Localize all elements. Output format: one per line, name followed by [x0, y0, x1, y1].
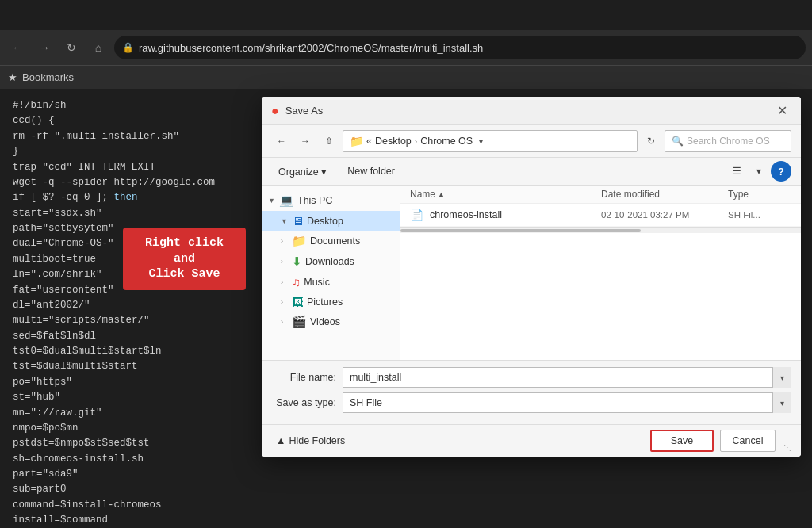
path-desktop: Desktop [375, 136, 412, 147]
tree-chevron-music: › [281, 278, 289, 286]
tree-item-music[interactable]: › ♫ Music [262, 272, 400, 292]
bookmarks-bar: ★ Bookmarks [0, 65, 812, 89]
col-date-label: Date modified [601, 189, 660, 200]
tree-chevron-downloads: › [281, 258, 289, 266]
main-content: DROID THUNDER #!/bin/sh ccd() { rm -rf "… [0, 89, 812, 528]
music-icon: ♫ [292, 275, 301, 289]
tree-item-videos[interactable]: › 🎬 Videos [262, 312, 400, 332]
col-date-header[interactable]: Date modified [601, 189, 728, 200]
col-type-label: Type [728, 189, 749, 200]
dialog-fields: File name: ▾ Save as type: ▾ [262, 360, 801, 424]
save-as-type-row: Save as type: ▾ [271, 392, 791, 413]
tree-panel: ▼ 💻 This PC ▼ 🖥 Desktop › 📁 Documents [262, 186, 400, 360]
bookmarks-label: Bookmarks [22, 71, 74, 83]
path-bar: 📁 « Desktop › Chrome OS ▾ [343, 130, 638, 152]
tree-chevron-desktop: ▼ [281, 217, 289, 225]
path-separator: « [366, 136, 372, 147]
path-refresh-button[interactable]: ↻ [641, 131, 661, 151]
forward-button[interactable]: → [33, 36, 56, 59]
file-list: Name ▲ Date modified Type 📄 chromeos-ins… [400, 186, 801, 360]
file-name-input-wrap: ▾ [343, 367, 791, 388]
tree-item-this-pc[interactable]: ▼ 💻 This PC [262, 190, 400, 211]
help-button[interactable]: ? [771, 161, 791, 182]
tree-item-pictures[interactable]: › 🖼 Pictures [262, 292, 400, 312]
save-as-dialog: ● Save As ✕ ← → ⇧ 📁 « Desktop › Chrome O… [262, 97, 801, 457]
tree-label-pictures: Pictures [307, 297, 343, 308]
cancel-button[interactable]: Cancel [720, 430, 776, 452]
resize-handle: ⋱ [783, 443, 791, 452]
browser-chrome: ← → ↻ ⌂ 🔒 raw.githubusercontent.com/shri… [0, 0, 812, 65]
save-as-type-label: Save as type: [271, 397, 343, 408]
pictures-icon: 🖼 [292, 295, 304, 308]
save-as-type-input[interactable] [343, 392, 791, 413]
save-as-type-dropdown-arrow[interactable]: ▾ [772, 392, 791, 413]
dialog-actions: Organize ▾ New folder ☰ ▾ ? [262, 158, 801, 186]
path-dropdown-button[interactable]: ▾ [476, 137, 486, 146]
dialog-body: ▼ 💻 This PC ▼ 🖥 Desktop › 📁 Documents [262, 186, 801, 360]
list-view-button[interactable]: ☰ [726, 161, 747, 182]
file-name-row: File name: ▾ [271, 367, 791, 388]
tree-label-pc: This PC [297, 195, 332, 206]
horizontal-scrollbar[interactable] [400, 227, 801, 233]
dialog-back-button[interactable]: ← [271, 131, 292, 151]
search-icon: 🔍 [672, 136, 684, 147]
hide-folders-chevron-icon: ▲ [276, 435, 285, 446]
organize-button[interactable]: Organize ▾ [271, 163, 334, 181]
tree-chevron-videos: › [281, 318, 289, 326]
file-row-chromeos-install[interactable]: 📄 chromeos-install 02-10-2021 03:27 PM S… [400, 204, 801, 227]
dialog-forward-button[interactable]: → [295, 131, 316, 151]
hide-folders-button[interactable]: ▲ Hide Folders [271, 433, 350, 449]
file-name-dropdown-arrow[interactable]: ▾ [772, 367, 791, 388]
footer-actions: Save Cancel ⋱ [650, 430, 791, 452]
save-button[interactable]: Save [650, 430, 714, 452]
tree-item-desktop[interactable]: ▼ 🖥 Desktop [262, 211, 400, 231]
dialog-overlay: ● Save As ✕ ← → ⇧ 📁 « Desktop › Chrome O… [254, 89, 809, 528]
tree-label-music: Music [304, 277, 330, 288]
dialog-up-button[interactable]: ⇧ [319, 131, 339, 151]
documents-icon: 📁 [292, 234, 307, 248]
url-text: raw.githubusercontent.com/shrikant2002/C… [139, 42, 483, 54]
search-placeholder: Search Chrome OS [687, 136, 770, 147]
file-type-chromeos: SH Fil... [728, 210, 791, 220]
desktop-icon: 🖥 [292, 214, 304, 228]
file-name-chromeos: chromeos-install [430, 209, 595, 220]
file-list-header: Name ▲ Date modified Type [400, 186, 801, 204]
tree-item-downloads[interactable]: › ⬇ Downloads [262, 251, 400, 272]
tree-chevron-pictures: › [281, 298, 289, 306]
file-name-input[interactable] [343, 367, 791, 388]
scroll-thumb [400, 229, 641, 232]
address-bar[interactable]: 🔒 raw.githubusercontent.com/shrikant2002… [114, 36, 806, 59]
file-icon-chromeos: 📄 [410, 209, 423, 221]
tree-chevron-documents: › [281, 237, 289, 245]
tree-label-downloads: Downloads [305, 256, 354, 267]
dialog-toolbar: ← → ⇧ 📁 « Desktop › Chrome OS ▾ ↻ 🔍 Sear… [262, 125, 801, 158]
sort-arrow-icon: ▲ [438, 190, 445, 198]
back-button[interactable]: ← [6, 36, 29, 59]
path-folder-icon: 📁 [350, 135, 363, 147]
dialog-close-button[interactable]: ✕ [772, 101, 791, 121]
search-bar[interactable]: 🔍 Search Chrome OS [665, 130, 791, 152]
col-type-header[interactable]: Type [728, 189, 791, 200]
view-options: ☰ ▾ ? [726, 161, 791, 182]
lock-icon: 🔒 [122, 42, 134, 53]
tree-chevron-pc: ▼ [268, 197, 276, 205]
star-icon: ★ [8, 71, 17, 83]
path-chromeos: Chrome OS [420, 136, 473, 147]
videos-icon: 🎬 [292, 315, 307, 329]
details-view-button[interactable]: ▾ [749, 161, 769, 182]
tab-bar [0, 0, 812, 30]
file-date-chromeos: 02-10-2021 03:27 PM [601, 210, 722, 220]
col-name-header[interactable]: Name ▲ [410, 189, 601, 200]
tree-label-videos: Videos [310, 316, 340, 327]
home-button[interactable]: ⌂ [87, 36, 109, 59]
dialog-titlebar: ● Save As ✕ [262, 97, 801, 125]
tree-label-desktop: Desktop [307, 216, 343, 227]
tree-item-documents[interactable]: › 📁 Documents [262, 231, 400, 251]
reload-button[interactable]: ↻ [60, 36, 82, 59]
new-folder-button[interactable]: New folder [340, 163, 402, 180]
pc-icon: 💻 [279, 193, 294, 208]
dialog-footer: ▲ Hide Folders Save Cancel ⋱ [262, 424, 801, 457]
dialog-title: Save As [285, 105, 766, 117]
path-chevron-1: › [415, 137, 417, 146]
col-name-label: Name [410, 189, 435, 200]
